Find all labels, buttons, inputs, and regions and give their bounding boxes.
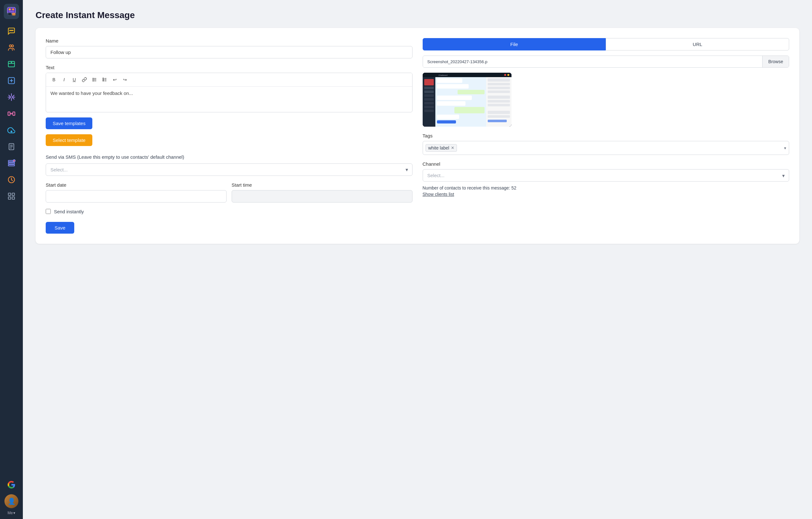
svg-rect-4 (9, 11, 14, 12)
svg-point-55 (504, 74, 506, 76)
svg-rect-6 (12, 13, 16, 16)
svg-point-34 (13, 160, 15, 162)
svg-text:3: 3 (103, 80, 104, 82)
sms-select-wrap: Select... ▾ (46, 164, 412, 176)
undo-button[interactable]: ↩ (110, 75, 120, 84)
svg-rect-80 (488, 95, 510, 99)
sidebar-item-inbox[interactable] (4, 57, 19, 71)
svg-rect-73 (437, 115, 459, 119)
me-chevron-icon: ▾ (13, 511, 15, 515)
send-instantly-row: Send instantly (46, 209, 412, 214)
sidebar-item-cloud[interactable] (4, 123, 19, 137)
svg-rect-61 (424, 94, 434, 97)
svg-rect-38 (8, 197, 11, 199)
start-date-input[interactable] (46, 190, 227, 203)
sidebar-item-asterisk[interactable] (4, 90, 19, 104)
user-avatar[interactable]: 👤 (4, 494, 19, 508)
svg-rect-69 (458, 90, 485, 94)
editor-content: We wanted to have your feedback on... (51, 90, 133, 96)
italic-button[interactable]: I (59, 75, 69, 84)
svg-rect-74 (437, 120, 456, 123)
tag-value: white label (428, 145, 449, 150)
sms-label: Send via SMS (Leave this empty to use co… (46, 154, 412, 161)
sidebar-item-add[interactable] (4, 74, 19, 88)
start-date-label: Start date (46, 182, 227, 188)
redo-button[interactable]: ↪ (120, 75, 130, 84)
svg-rect-60 (424, 90, 434, 93)
browse-button[interactable]: Browse (762, 56, 789, 67)
tag-remove-button[interactable]: × (451, 145, 454, 150)
svg-rect-39 (12, 197, 14, 199)
svg-point-15 (10, 96, 13, 98)
unordered-list-button[interactable] (90, 75, 99, 84)
tags-dropdown-button[interactable]: ▾ (784, 146, 786, 150)
save-templates-button[interactable]: Save templates (46, 117, 92, 129)
send-instantly-checkbox[interactable] (46, 209, 51, 214)
send-instantly-label[interactable]: Send instantly (54, 209, 84, 214)
contacts-count: Number of contacts to receive this messa… (423, 185, 789, 191)
svg-rect-78 (488, 87, 510, 89)
image-preview: Chatboard (423, 73, 512, 127)
select-template-button[interactable]: Select template (46, 134, 92, 146)
sidebar: 👤 Me ▾ (0, 0, 23, 519)
tags-input[interactable]: white label × ▾ (423, 141, 789, 155)
name-input[interactable] (46, 46, 412, 58)
svg-rect-32 (8, 163, 14, 164)
svg-rect-72 (455, 107, 485, 113)
show-clients-link[interactable]: Show clients list (423, 192, 455, 197)
svg-point-3 (12, 8, 14, 10)
svg-text:Chatboard: Chatboard (438, 74, 447, 76)
link-button[interactable] (80, 75, 89, 84)
start-time-field: Start time (232, 182, 412, 203)
svg-point-9 (12, 30, 13, 31)
svg-rect-70 (437, 95, 472, 100)
form-layout: Name Text B I U (46, 38, 789, 234)
svg-rect-65 (424, 110, 434, 112)
svg-line-22 (9, 97, 10, 99)
svg-rect-71 (437, 101, 465, 106)
me-menu[interactable]: Me ▾ (8, 511, 16, 515)
start-date-field: Start date (46, 182, 227, 203)
name-label: Name (46, 38, 412, 44)
sidebar-item-clock[interactable] (4, 173, 19, 186)
start-time-input[interactable] (232, 190, 412, 203)
svg-point-7 (10, 30, 10, 31)
sidebar-item-contacts[interactable] (4, 40, 19, 55)
svg-rect-36 (8, 193, 11, 196)
app-logo[interactable] (4, 4, 19, 19)
file-toggle-button[interactable]: File (423, 38, 606, 51)
tag-white-label: white label × (426, 144, 457, 152)
dates-section: Start date Start time (46, 182, 412, 203)
underline-button[interactable]: U (69, 75, 79, 84)
bold-button[interactable]: B (49, 75, 59, 84)
svg-rect-85 (488, 120, 507, 122)
svg-rect-0 (7, 7, 16, 13)
right-column: File URL Screenshot_20220427-134356.p Br… (423, 38, 789, 234)
sms-select[interactable]: Select... (46, 164, 412, 176)
svg-rect-67 (437, 78, 462, 83)
svg-point-26 (11, 113, 12, 114)
svg-rect-63 (424, 102, 434, 105)
url-toggle-button[interactable]: URL (606, 38, 789, 51)
channel-select[interactable]: Select... (423, 169, 789, 181)
svg-rect-64 (424, 106, 434, 108)
svg-rect-33 (8, 165, 14, 166)
svg-rect-62 (424, 98, 434, 100)
save-button[interactable]: Save (46, 222, 74, 234)
svg-rect-84 (488, 115, 510, 118)
sidebar-item-grid[interactable] (4, 189, 19, 203)
editor-body[interactable]: We wanted to have your feedback on... (46, 87, 412, 112)
sidebar-item-integration[interactable] (4, 107, 19, 121)
sidebar-item-pages[interactable] (4, 140, 19, 154)
svg-point-11 (11, 45, 13, 47)
avatar-image: 👤 (4, 494, 19, 508)
svg-point-45 (93, 81, 93, 81)
sidebar-item-google[interactable] (4, 478, 19, 492)
sidebar-item-stack[interactable] (4, 156, 19, 170)
sidebar-item-chat[interactable] (4, 24, 19, 38)
ordered-list-button[interactable]: 1 2 3 (100, 75, 110, 84)
svg-point-8 (11, 30, 12, 31)
svg-rect-53 (423, 73, 512, 77)
svg-line-19 (13, 97, 14, 99)
main-content: Create Instant Message Name Text B I U (23, 0, 812, 519)
